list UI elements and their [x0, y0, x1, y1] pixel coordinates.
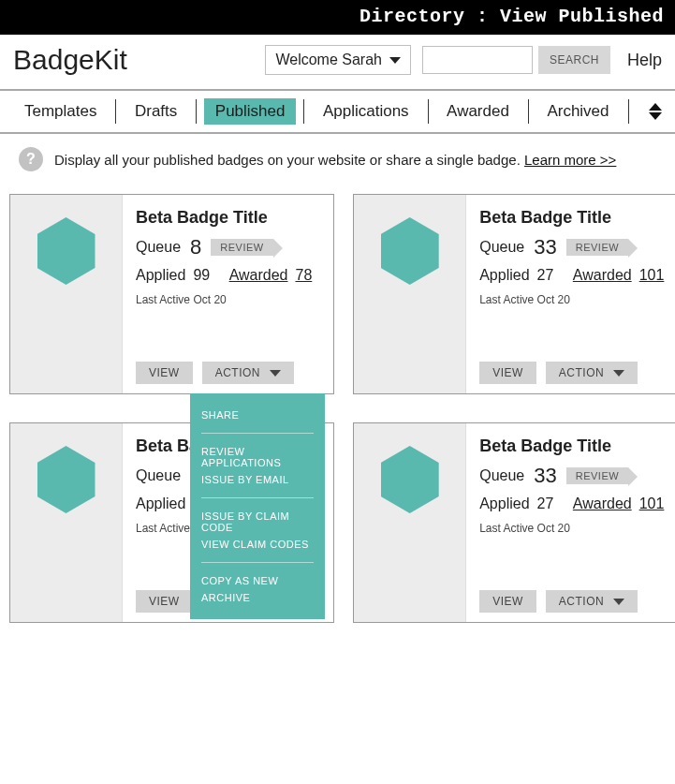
last-active-prefix: Last Active	[479, 293, 536, 306]
learn-more-link[interactable]: Learn more >>	[524, 152, 616, 168]
help-icon: ?	[19, 147, 43, 171]
last-active-date: Oct 20	[537, 293, 570, 306]
info-message: Display all your published badges on you…	[54, 152, 524, 168]
card-actions: VIEW ACTION	[479, 362, 664, 384]
last-active-prefix: Last Active	[136, 293, 193, 306]
last-active-date: Oct 20	[537, 522, 570, 535]
chevron-down-icon	[270, 370, 281, 377]
queue-row: Queue 33 REVIEW	[479, 235, 664, 259]
card-actions: VIEW ACTION	[479, 590, 664, 613]
menu-view-claim-codes[interactable]: VIEW CLAIM CODES	[201, 536, 314, 553]
hexagon-icon	[37, 446, 95, 513]
divider	[201, 562, 314, 563]
review-tag[interactable]: REVIEW	[566, 467, 628, 484]
last-active-date: Oct 20	[193, 293, 226, 306]
info-bar: ? Display all your published badges on y…	[0, 134, 675, 185]
applied-count: 27	[537, 267, 554, 284]
applied-row: Applied 27 Awarded 101	[479, 267, 664, 284]
help-link[interactable]: Help	[627, 51, 662, 70]
badge-title: Beta Badge Title	[136, 208, 320, 228]
welcome-label: Welcome Sarah	[275, 52, 382, 68]
search-input[interactable]	[422, 46, 533, 74]
last-active: Last Active Oct 20	[136, 293, 320, 306]
action-label: ACTION	[559, 366, 604, 379]
badge-thumb	[10, 195, 123, 393]
review-tag[interactable]: REVIEW	[566, 239, 628, 256]
logo: BadgeKit	[13, 44, 127, 76]
triangle-down-icon	[649, 112, 662, 120]
tab-applications[interactable]: Applications	[312, 98, 420, 125]
action-label: ACTION	[559, 595, 604, 608]
review-tag[interactable]: REVIEW	[211, 239, 272, 256]
search-button[interactable]: SEARCH	[538, 46, 610, 74]
view-button[interactable]: VIEW	[479, 362, 536, 384]
menu-issue-by-claim-code[interactable]: ISSUE BY CLAIM CODE	[201, 508, 314, 536]
queue-label: Queue	[479, 239, 524, 256]
view-button[interactable]: VIEW	[136, 362, 193, 384]
queue-row: Queue 8 REVIEW	[136, 235, 320, 259]
last-active: Last Active Oct 20	[479, 522, 664, 535]
queue-count: 33	[534, 464, 556, 488]
awarded-count[interactable]: 78	[295, 267, 312, 284]
last-active-prefix: Last Active	[136, 522, 193, 535]
action-button[interactable]: ACTION	[546, 590, 638, 613]
action-menu: SHARE REVIEW APPLICATIONS ISSUE BY EMAIL…	[190, 393, 325, 619]
queue-label: Queue	[136, 467, 181, 484]
badge-card: Beta Badge Title Queue 33 REVIEW Applied…	[353, 194, 675, 394]
badge-thumb	[10, 423, 123, 622]
chevron-down-icon	[613, 370, 624, 377]
divider	[201, 497, 314, 498]
hexagon-icon	[37, 217, 95, 285]
awarded-count[interactable]: 101	[639, 267, 665, 284]
hexagon-icon	[381, 446, 439, 513]
info-text: Display all your published badges on you…	[54, 152, 616, 168]
tabs: Templates Drafts Published Applications …	[0, 91, 675, 134]
awarded-link[interactable]: Awarded	[229, 267, 288, 284]
applied-count: 27	[537, 496, 554, 512]
applied-label: Applied	[136, 267, 185, 284]
badge-grid: Beta Badge Title Queue 8 REVIEW Applied …	[0, 185, 675, 651]
tab-drafts[interactable]: Drafts	[124, 98, 188, 125]
last-active: Last Active Oct 20	[479, 293, 664, 306]
sort-toggle[interactable]	[636, 103, 662, 120]
tab-published[interactable]: Published	[204, 98, 297, 125]
card-body: Beta Badge Title Queue 33 REVIEW Applied…	[466, 423, 675, 622]
queue-label: Queue	[479, 467, 524, 484]
action-button[interactable]: ACTION	[546, 362, 638, 384]
view-button[interactable]: VIEW	[479, 590, 536, 613]
queue-row: Queue 33 REVIEW	[479, 464, 664, 488]
badge-card: Beta Badge Title Queue 33 REVIEW Applied…	[353, 422, 675, 623]
applied-row: Applied 27 Awarded 101	[479, 496, 664, 512]
menu-copy-as-new[interactable]: COPY AS NEW	[201, 572, 314, 589]
divider	[201, 433, 314, 434]
menu-share[interactable]: SHARE	[201, 407, 314, 423]
applied-row: Applied 99 Awarded 78	[136, 267, 320, 284]
last-active-prefix: Last Active	[479, 522, 536, 535]
tab-awarded[interactable]: Awarded	[435, 98, 521, 125]
awarded-link[interactable]: Awarded	[573, 267, 632, 284]
menu-archive[interactable]: ARCHIVE	[201, 589, 314, 606]
awarded-link[interactable]: Awarded	[573, 496, 632, 512]
applied-label: Applied	[136, 496, 185, 512]
card-actions: VIEW ACTION	[136, 362, 320, 384]
awarded-count[interactable]: 101	[639, 496, 665, 512]
action-button[interactable]: ACTION	[202, 362, 294, 384]
applied-label: Applied	[479, 496, 529, 512]
queue-count: 8	[190, 235, 201, 259]
tab-archived[interactable]: Archived	[536, 98, 620, 125]
hexagon-icon	[381, 217, 439, 285]
triangle-up-icon	[649, 103, 662, 111]
tab-templates[interactable]: Templates	[13, 98, 108, 125]
view-button[interactable]: VIEW	[136, 590, 193, 613]
menu-issue-by-email[interactable]: ISSUE BY EMAIL	[201, 471, 314, 488]
badge-thumb	[354, 423, 466, 622]
action-label: ACTION	[215, 366, 260, 379]
welcome-dropdown[interactable]: Welcome Sarah	[265, 45, 411, 75]
badge-title: Beta Badge Title	[479, 436, 664, 456]
top-bar: Directory : View Published	[0, 0, 675, 35]
menu-review-applications[interactable]: REVIEW APPLICATIONS	[201, 443, 314, 471]
applied-count: 99	[193, 267, 210, 284]
card-body: Beta Badge Title Queue 33 REVIEW Applied…	[466, 195, 675, 393]
badge-card: Beta Badge Title Queue 8 REVIEW Applied …	[9, 194, 334, 394]
badge-title: Beta Badge Title	[479, 208, 664, 228]
